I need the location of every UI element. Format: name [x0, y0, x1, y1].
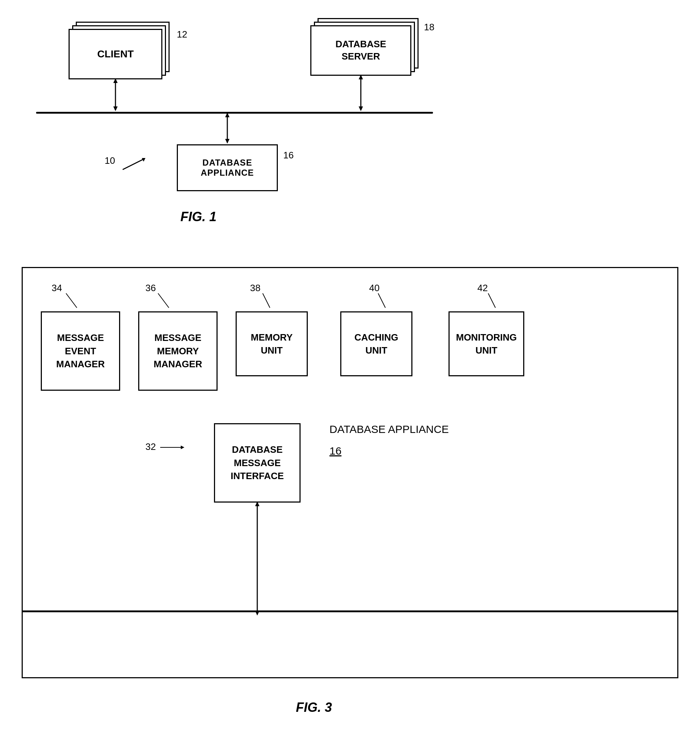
unit-32-label: DATABASEMESSAGEINTERFACE — [231, 443, 284, 482]
svg-line-9 — [123, 159, 144, 170]
unit-40-box: CACHINGUNIT — [340, 311, 412, 376]
ref-40: 40 — [369, 282, 379, 294]
unit-36-label: MESSAGEMEMORYMANAGER — [154, 331, 202, 370]
ref-42: 42 — [477, 282, 488, 294]
db-appliance-ref-text: 16 — [329, 445, 341, 457]
svg-line-11 — [66, 293, 77, 308]
db-appliance-ref-16: 16 — [329, 445, 341, 457]
db-appliance-text: DATABASE APPLIANCE — [329, 423, 449, 435]
db-server-page-front: DATABASESERVER — [310, 25, 411, 76]
db-server-pages: DATABASESERVER — [310, 18, 419, 76]
svg-marker-10 — [142, 158, 146, 162]
svg-line-12 — [158, 293, 169, 308]
svg-line-15 — [488, 293, 496, 308]
client-label: CLIENT — [97, 48, 134, 60]
fig3-bottom-line — [23, 610, 677, 612]
ref-38: 38 — [250, 282, 260, 294]
ref-36: 36 — [146, 282, 156, 294]
diagram-container: CLIENT 12 DATABASESERVER 18 DATABASEAPPL… — [0, 0, 700, 736]
db-appliance-box: DATABASEAPPLIANCE — [177, 144, 278, 191]
fig1-caption: FIG. 1 — [181, 209, 216, 225]
client-stack: CLIENT — [69, 22, 169, 79]
network-line — [36, 112, 433, 114]
ref-10: 10 — [104, 155, 115, 166]
ref-12: 12 — [177, 29, 187, 40]
db-server-label: DATABASESERVER — [335, 38, 387, 63]
svg-marker-1 — [113, 106, 118, 111]
svg-marker-7 — [225, 139, 229, 144]
svg-line-14 — [378, 293, 385, 308]
fig3-caption: FIG. 3 — [296, 700, 332, 715]
db-appliance-label-text: DATABASE APPLIANCE — [329, 423, 449, 435]
client-page-front: CLIENT — [69, 29, 162, 79]
ref-32: 32 — [146, 441, 156, 452]
ref-16: 16 — [283, 150, 294, 161]
unit-32-box: DATABASEMESSAGEINTERFACE — [214, 423, 301, 502]
unit-40-label: CACHINGUNIT — [354, 331, 398, 357]
fig3-container: 34 36 38 40 42 MESSAGEEVENTMANAGER MESSA… — [22, 267, 678, 678]
unit-38-label: MEMORYUNIT — [251, 331, 293, 357]
unit-36-box: MESSAGEMEMORYMANAGER — [138, 311, 218, 391]
svg-marker-4 — [359, 106, 363, 111]
ref-32-label: 32 — [146, 441, 187, 453]
db-server-stack: DATABASESERVER — [310, 18, 419, 76]
unit-42-label: MONITORINGUNIT — [456, 331, 517, 357]
ref-32-arrow — [159, 442, 187, 453]
client-pages: CLIENT — [69, 22, 169, 79]
unit-38-box: MEMORYUNIT — [235, 311, 308, 376]
unit-42-box: MONITORINGUNIT — [449, 311, 524, 376]
svg-marker-17 — [181, 445, 184, 449]
ref-34: 34 — [51, 282, 62, 294]
unit-34-box: MESSAGEEVENTMANAGER — [41, 311, 120, 391]
ref-18: 18 — [424, 22, 434, 33]
unit-34-label: MESSAGEEVENTMANAGER — [56, 331, 104, 370]
svg-line-13 — [263, 293, 270, 308]
db-appliance-label: DATABASEAPPLIANCE — [201, 158, 254, 178]
